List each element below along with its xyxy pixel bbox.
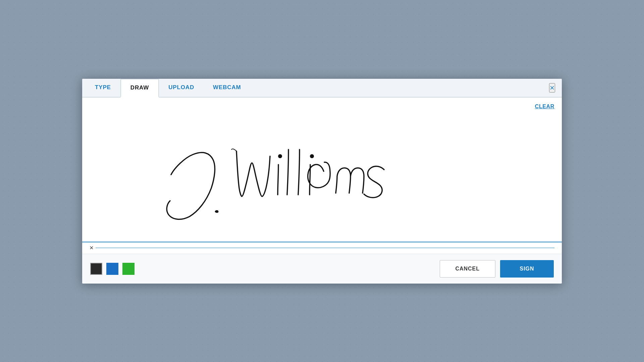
baseline-x-mark: × — [90, 244, 94, 252]
tab-bar: TYPE DRAW UPLOAD WEBCAM × — [82, 79, 562, 98]
color-swatch-black[interactable] — [90, 263, 102, 275]
cancel-button[interactable]: CANCEL — [440, 260, 495, 278]
signature-drawing — [82, 98, 562, 242]
tab-webcam[interactable]: WEBCAM — [204, 79, 250, 98]
svg-point-1 — [310, 154, 314, 158]
sign-button[interactable]: SIGN — [500, 260, 554, 278]
svg-point-0 — [278, 154, 282, 158]
baseline-row: × — [82, 242, 562, 254]
close-button[interactable]: × — [549, 83, 555, 93]
color-swatch-green[interactable] — [122, 263, 135, 275]
bottom-bar: CANCEL SIGN — [82, 254, 562, 284]
signature-dialog: TYPE DRAW UPLOAD WEBCAM × CLEAR — [82, 79, 562, 284]
color-swatches — [90, 263, 135, 275]
tab-draw[interactable]: DRAW — [120, 79, 159, 98]
baseline-line — [96, 248, 554, 248]
color-swatch-blue[interactable] — [106, 263, 118, 275]
tab-type[interactable]: TYPE — [86, 79, 120, 98]
action-buttons: CANCEL SIGN — [440, 260, 554, 278]
tab-upload[interactable]: UPLOAD — [159, 79, 204, 98]
signature-canvas[interactable]: CLEAR — [82, 98, 562, 242]
